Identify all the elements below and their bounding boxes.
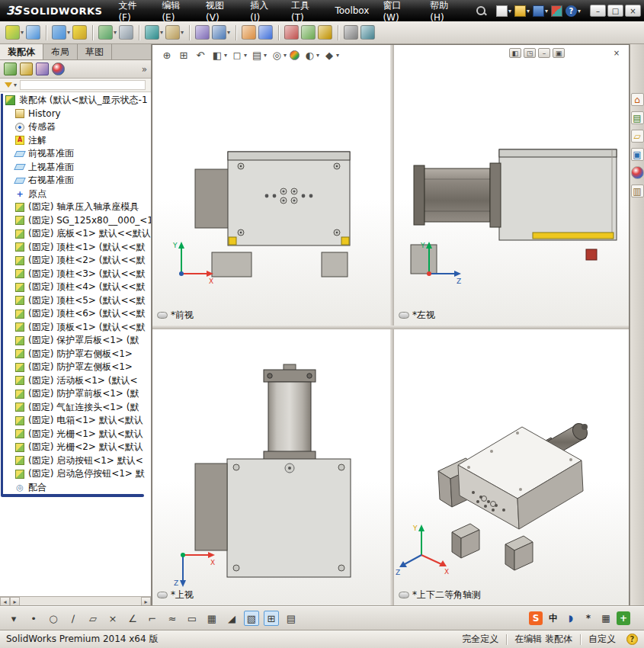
tree-item-2[interactable]: A注解 [0,134,151,148]
menu-item-1[interactable]: 编辑(E) [155,0,199,21]
file-explorer-icon[interactable]: ▱ [631,130,644,143]
tree-item-16[interactable]: (固定) 顶板<1> (默认<<默 [0,321,151,335]
tree-item-23[interactable]: (固定) 电箱<1> 默认<默认 [0,414,151,428]
scroll-end-icon[interactable]: ▸ [141,597,151,606]
tree-item-10[interactable]: (固定) 顶柱<1> (默认<<默 [0,241,151,255]
dropdown-arrow-icon[interactable]: ▾ [527,8,530,14]
menu-item-2[interactable]: 视图(V) [199,0,243,21]
chinese-mode-icon[interactable]: 中 [546,611,560,625]
interference-detection-button[interactable] [284,25,299,40]
panel-overflow-icon[interactable]: » [142,64,147,75]
exploded-view-button[interactable] [242,25,256,40]
rollback-bar-vertical[interactable] [1,94,3,496]
point-tool[interactable]: • [26,611,41,626]
custom-properties-icon[interactable]: ▥ [631,184,644,197]
measure-button[interactable] [344,25,358,40]
tree-item-27[interactable]: (固定) 启动急停按钮<1> 默 [0,467,151,481]
menu-item-4[interactable]: 工具(T) [284,0,328,21]
search-icon[interactable] [476,5,487,17]
previous-view-button[interactable]: ↶ [194,48,207,62]
viewport-split-left-button[interactable]: ◧ [509,48,521,58]
tree-item-22[interactable]: (固定) 气缸连接头<1> (默 [0,401,151,415]
tree-item-18[interactable]: (固定) 防护罩右侧板<1> [0,348,151,361]
view-palette-icon[interactable]: ▣ [631,148,644,161]
move-component-button[interactable]: ▾ [98,25,117,40]
dropdown-arrow-icon[interactable]: ▾ [227,29,230,36]
tree-item-17[interactable]: (固定) 保护罩后板<1> (默 [0,334,151,348]
design-library-icon[interactable]: ▤ [631,111,644,124]
reference-geometry-button[interactable]: ▾ [165,25,184,40]
tree-item-1[interactable]: 传感器 [0,120,151,134]
featuremanager-tree-tab[interactable] [4,63,17,75]
grid-tool[interactable]: ▦ [204,611,219,626]
tree-item-21[interactable]: (固定) 防护罩前板<1> (默 [0,387,151,401]
tree-item-14[interactable]: (固定) 顶柱<5> (默认<<默 [0,294,151,308]
tree-filter-input[interactable] [20,80,146,90]
dropdown-arrow-icon[interactable]: ▾ [545,8,548,14]
scroll-left-icon[interactable]: ◂ [0,597,10,606]
quick-tips-icon[interactable]: ? [626,634,638,645]
view-settings-button[interactable]: ◆▾ [322,48,339,62]
maximize-button[interactable]: □ [607,5,623,17]
dropdown-arrow-icon[interactable]: ▾ [21,29,24,36]
spline-tool[interactable]: ≈ [165,611,180,626]
dropdown-arrow-icon[interactable]: ▾ [508,8,511,14]
tree-item-24[interactable]: (固定) 光栅<1> 默认<默认 [0,428,151,441]
rectangle-tool[interactable]: ▭ [184,611,200,626]
save-button[interactable]: ▾ [533,5,548,17]
close-button[interactable]: × [625,5,641,17]
tree-item-6[interactable]: +原点 [0,188,151,201]
chamfer-tool[interactable]: ◢ [224,611,239,626]
panel-tab-2[interactable]: 草图 [78,44,112,59]
bill-of-materials-button[interactable]: ▾ [212,25,230,40]
tree-root-item[interactable]: 装配体 (默认<默认_显示状态-1 [0,94,151,107]
section-view-button[interactable]: ◧▾ [210,48,227,62]
tree-item-12[interactable]: (固定) 顶柱<3> (默认<<默 [0,268,151,281]
show-hidden-components-button[interactable] [119,25,133,40]
hand-icon[interactable]: * [582,611,595,625]
tree-item-26[interactable]: (固定) 启动按钮<1> 默认< [0,454,151,468]
shaded-view-toggle[interactable]: ▧ [244,611,259,626]
menu-item-3[interactable]: 插入(I) [243,0,284,21]
dropdown-arrow-icon[interactable]: ▾ [67,29,70,36]
menu-item-6[interactable]: 窗口(W) [376,0,423,21]
mate-button[interactable] [26,25,40,40]
minimize-button[interactable]: – [590,5,606,17]
explode-line-sketch-button[interactable] [258,25,273,40]
tree-item-11[interactable]: (固定) 顶柱<2> (默认<<默 [0,254,151,268]
propertymanager-tab[interactable] [20,63,33,75]
filter-funnel-icon[interactable] [5,82,12,88]
tree-item-5[interactable]: 右视基准面 [0,174,151,188]
dropdown-arrow-icon[interactable]: ▾ [160,29,163,36]
viewport-restore-button[interactable]: ▣ [553,48,565,58]
appearances-icon[interactable] [631,166,644,179]
clearance-verification-button[interactable] [301,25,316,40]
mass-properties-button[interactable] [360,25,375,40]
tree-item-3[interactable]: 前视基准面 [0,147,151,161]
new-document-button[interactable]: ▾ [496,5,511,17]
rollback-bar[interactable] [1,494,144,497]
wrench-icon[interactable]: + [617,611,630,625]
open-button[interactable]: ▾ [514,5,530,17]
zoom-fit-button[interactable]: ⊕ [160,48,174,62]
scroll-right-icon[interactable]: ▸ [10,597,20,606]
keyboard-icon[interactable]: ▦ [599,611,613,625]
tree-item-0[interactable]: History [0,107,151,121]
viewport-left[interactable]: Y Z *左视 [394,45,629,326]
configurationmanager-tab[interactable] [36,63,49,75]
menu-item-0[interactable]: 文件(F) [111,0,155,21]
circle-tool[interactable]: ○ [46,611,61,626]
viewport-split-right-button[interactable]: ◳ [524,48,536,58]
zoom-area-button[interactable]: ⊞ [177,48,191,62]
home-icon[interactable]: ⌂ [631,93,644,106]
linear-component-pattern-button[interactable]: ▾ [52,25,70,40]
moon-icon[interactable]: ◗ [564,611,578,625]
tree-item-19[interactable]: (固定) 防护罩左侧板<1> [0,361,151,374]
dropdown-arrow-icon[interactable]: ▾ [578,8,581,14]
scrollbar-track[interactable] [20,597,141,606]
corner-tool[interactable]: ⌐ [145,611,160,626]
smart-fasteners-button[interactable] [72,25,87,40]
appearances-tab[interactable] [52,63,65,75]
table-tool[interactable]: ▤ [284,611,299,626]
tree-item-13[interactable]: (固定) 顶柱<4> (默认<<默 [0,281,151,294]
